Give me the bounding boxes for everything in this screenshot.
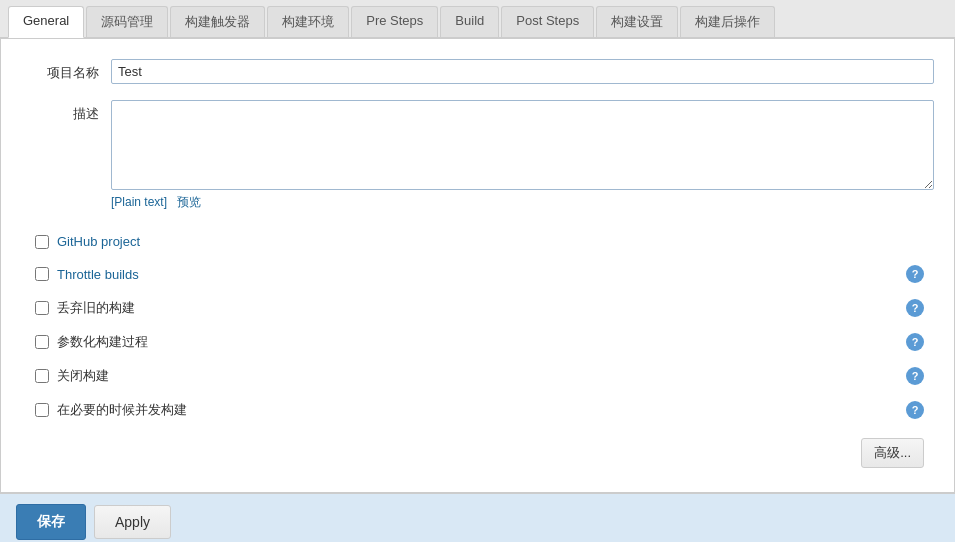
checkbox-left-parameterize: 参数化构建过程 (35, 333, 148, 351)
preview-link[interactable]: 预览 (177, 195, 201, 209)
help-icon-disable[interactable]: ? (906, 367, 924, 385)
checkbox-section: GitHub projectThrottle builds?丢弃旧的构建?参数化… (21, 227, 934, 426)
help-icon-concurrent[interactable]: ? (906, 401, 924, 419)
footer-bar: 保存 Apply (0, 493, 955, 542)
tab-env[interactable]: 构建环境 (267, 6, 349, 37)
help-icon-parameterize[interactable]: ? (906, 333, 924, 351)
checkbox-left-throttle: Throttle builds (35, 267, 139, 282)
checkbox-label-github[interactable]: GitHub project (57, 234, 140, 249)
checkbox-row-concurrent: 在必要的时候并发构建? (21, 394, 934, 426)
checkbox-input-github[interactable] (35, 235, 49, 249)
project-name-label: 项目名称 (21, 59, 111, 82)
checkbox-left-github: GitHub project (35, 234, 140, 249)
checkbox-label-discard[interactable]: 丢弃旧的构建 (57, 299, 135, 317)
textarea-toolbar: [Plain text] 预览 (111, 194, 934, 211)
page-wrapper: General源码管理构建触发器构建环境Pre StepsBuildPost S… (0, 0, 955, 542)
tab-general[interactable]: General (8, 6, 84, 38)
checkbox-input-discard[interactable] (35, 301, 49, 315)
checkbox-label-parameterize[interactable]: 参数化构建过程 (57, 333, 148, 351)
advanced-button[interactable]: 高级... (861, 438, 924, 468)
textarea-wrapper: [Plain text] 预览 (111, 100, 934, 211)
checkbox-input-parameterize[interactable] (35, 335, 49, 349)
project-name-input[interactable] (111, 59, 934, 84)
checkbox-left-concurrent: 在必要的时候并发构建 (35, 401, 187, 419)
checkbox-label-throttle[interactable]: Throttle builds (57, 267, 139, 282)
tab-trigger[interactable]: 构建触发器 (170, 6, 265, 37)
tab-build[interactable]: Build (440, 6, 499, 37)
help-icon-throttle[interactable]: ? (906, 265, 924, 283)
tab-pre-steps[interactable]: Pre Steps (351, 6, 438, 37)
plain-text-link[interactable]: [Plain text] (111, 195, 167, 209)
checkbox-input-concurrent[interactable] (35, 403, 49, 417)
description-row: 描述 [Plain text] 预览 (21, 100, 934, 211)
checkbox-label-disable[interactable]: 关闭构建 (57, 367, 109, 385)
checkbox-row-github: GitHub project (21, 227, 934, 256)
checkbox-left-disable: 关闭构建 (35, 367, 109, 385)
tab-settings[interactable]: 构建设置 (596, 6, 678, 37)
checkbox-row-parameterize: 参数化构建过程? (21, 326, 934, 358)
description-label: 描述 (21, 100, 111, 123)
checkbox-input-disable[interactable] (35, 369, 49, 383)
checkbox-row-discard: 丢弃旧的构建? (21, 292, 934, 324)
save-button[interactable]: 保存 (16, 504, 86, 540)
checkbox-left-discard: 丢弃旧的构建 (35, 299, 135, 317)
tab-source[interactable]: 源码管理 (86, 6, 168, 37)
advanced-row: 高级... (21, 428, 934, 472)
apply-button[interactable]: Apply (94, 505, 171, 539)
tab-post-steps[interactable]: Post Steps (501, 6, 594, 37)
description-textarea[interactable] (111, 100, 934, 190)
tab-bar: General源码管理构建触发器构建环境Pre StepsBuildPost S… (0, 0, 955, 38)
checkbox-row-throttle: Throttle builds? (21, 258, 934, 290)
checkbox-row-disable: 关闭构建? (21, 360, 934, 392)
help-icon-discard[interactable]: ? (906, 299, 924, 317)
tab-post-action[interactable]: 构建后操作 (680, 6, 775, 37)
checkbox-input-throttle[interactable] (35, 267, 49, 281)
checkbox-label-concurrent[interactable]: 在必要的时候并发构建 (57, 401, 187, 419)
project-name-row: 项目名称 (21, 59, 934, 84)
content-area: 项目名称 描述 [Plain text] 预览 GitHub projectTh… (0, 38, 955, 493)
